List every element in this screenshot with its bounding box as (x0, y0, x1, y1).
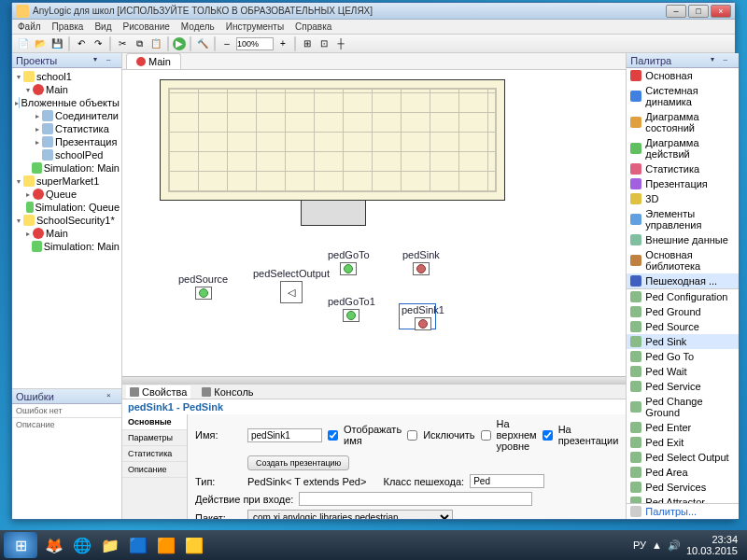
minimize-button[interactable]: – (666, 5, 686, 18)
menu-edit[interactable]: Правка (52, 21, 84, 32)
taskbar-firefox-icon[interactable]: 🦊 (41, 533, 67, 557)
snap-icon[interactable]: ⊡ (317, 36, 331, 51)
palette-menu-icon[interactable]: ▾ (711, 55, 722, 66)
exclude-checkbox[interactable] (407, 430, 417, 441)
palette-item[interactable]: Ped Ground (627, 304, 738, 319)
section-desc[interactable]: Описание (122, 462, 187, 478)
tree-node[interactable]: ▸Соединители (14, 109, 120, 122)
tab-main[interactable]: Main (126, 53, 181, 69)
taskbar-powerpoint-icon[interactable]: 🟧 (153, 533, 179, 557)
section-stats[interactable]: Статистика (122, 446, 187, 462)
palette-group[interactable]: Пешеходная ... (627, 273, 738, 288)
block-pedsource[interactable]: pedSource (178, 273, 228, 300)
tree-node[interactable]: ▾Main (14, 83, 120, 96)
show-name-checkbox[interactable] (328, 430, 338, 441)
tree-node[interactable]: ▸Main (14, 227, 120, 240)
palette-group[interactable]: Диаграмма состояний (627, 109, 738, 135)
block-pedsink[interactable]: pedSink (402, 249, 440, 275)
taskbar-skype-icon[interactable]: 🟦 (125, 533, 151, 557)
build-icon[interactable]: 🔨 (195, 36, 210, 51)
present-checkbox[interactable] (543, 430, 553, 441)
run-icon[interactable]: ▶ (173, 37, 186, 50)
minimize-panel-icon[interactable]: – (106, 55, 118, 66)
action-field[interactable] (299, 492, 532, 506)
tab-properties[interactable]: Свойства (126, 385, 190, 399)
tray-network-icon[interactable]: 🔊 (668, 539, 681, 552)
palette-group[interactable]: Диаграмма действий (627, 135, 738, 161)
tree-node[interactable]: schoolPed (14, 148, 120, 161)
section-main[interactable]: Основные (122, 414, 187, 430)
section-params[interactable]: Параметры (122, 430, 187, 446)
palette-group[interactable]: Системная динамика (627, 83, 738, 109)
tree-node[interactable]: Simulation: Main (14, 161, 120, 175)
taskbar-chrome-icon[interactable]: 🌐 (69, 533, 95, 557)
open-icon[interactable]: 📂 (33, 36, 48, 51)
tree-node[interactable]: Simulation: Main (14, 240, 120, 253)
palette-min-icon[interactable]: – (724, 55, 735, 66)
tray-lang[interactable]: РУ (633, 539, 646, 551)
palette-item[interactable]: Ped Select Output (627, 450, 738, 465)
block-pedgoto[interactable]: pedGoTo (328, 249, 370, 275)
menu-draw[interactable]: Рисование (122, 21, 169, 32)
palette-group[interactable]: Внешние данные (627, 232, 738, 247)
redo-icon[interactable]: ↷ (91, 36, 106, 51)
palette-item[interactable]: Ped Change Ground (627, 394, 738, 420)
name-field[interactable] (247, 428, 322, 442)
palette-item[interactable]: Ped Service (627, 379, 738, 394)
tree-node[interactable]: ▸Статистика (14, 122, 120, 135)
pkg-select[interactable]: com.xj.anylogic.libraries.pedestrian (247, 510, 453, 519)
palette-more-link[interactable]: Палитры... (627, 503, 738, 519)
palette-group[interactable]: 3D (627, 191, 738, 206)
errors-close-icon[interactable]: × (106, 391, 118, 402)
close-button[interactable]: × (711, 5, 731, 18)
palette-group[interactable]: Элементы управления (627, 206, 738, 232)
class-field[interactable] (470, 474, 544, 488)
menu-tools[interactable]: Инструменты (226, 21, 284, 32)
palette-item[interactable]: Ped Sink (627, 334, 738, 349)
palette-item[interactable]: Ped Enter (627, 420, 738, 435)
menu-model[interactable]: Модель (181, 21, 215, 32)
cut-icon[interactable]: ✂ (115, 36, 130, 51)
tree-node[interactable]: Simulation: Queue (14, 201, 120, 214)
copy-icon[interactable]: ⧉ (132, 36, 147, 51)
undo-icon[interactable]: ↶ (74, 36, 89, 51)
palette-item[interactable]: Ped Exit (627, 435, 738, 450)
collapse-icon[interactable]: ▾ (93, 55, 105, 66)
save-icon[interactable]: 💾 (49, 36, 64, 51)
zoom-input[interactable] (236, 37, 274, 50)
toplevel-checkbox[interactable] (481, 430, 491, 441)
start-button[interactable] (4, 532, 37, 558)
tree-node[interactable]: ▸Вложенные объекты (14, 96, 120, 109)
taskbar-anylogic-icon[interactable]: 🟨 (181, 533, 207, 557)
new-icon[interactable]: 📄 (16, 36, 31, 51)
palette-item[interactable]: Ped Services (627, 480, 738, 495)
tree-node[interactable]: ▸Queue (14, 188, 120, 201)
palette-item[interactable]: Ped Attractor (627, 495, 738, 503)
canvas[interactable]: pedSource pedSelectOutput ◁ pedGoTo pedG… (122, 70, 626, 384)
create-presentation-button[interactable]: Создать презентацию (247, 455, 349, 470)
palette-item[interactable]: Ped Source (627, 319, 738, 334)
block-pedselectoutput[interactable]: pedSelectOutput ◁ (253, 268, 330, 303)
palette-group[interactable]: Статистика (627, 161, 738, 176)
palette-item[interactable]: Ped Wait (627, 364, 738, 379)
tray-clock[interactable]: 23:34 10.03.2015 (686, 534, 738, 556)
palette-item[interactable]: Ped Area (627, 465, 738, 480)
zoom-out-icon[interactable]: – (219, 36, 234, 51)
h-scrollbar[interactable] (122, 376, 626, 384)
paste-icon[interactable]: 📋 (148, 36, 163, 51)
palette-item[interactable]: Ped Configuration (627, 289, 738, 304)
palette-item[interactable]: Ped Go To (627, 349, 738, 364)
tab-console[interactable]: Консоль (198, 385, 257, 399)
maximize-button[interactable]: □ (688, 5, 709, 18)
palette-group[interactable]: Основная библиотека (627, 247, 738, 273)
palette-group[interactable]: Презентация (627, 176, 738, 191)
tree-node[interactable]: ▾school1 (14, 70, 120, 83)
tree-node[interactable]: ▾superMarket1 (14, 175, 120, 188)
taskbar-explorer-icon[interactable]: 📁 (97, 533, 123, 557)
grid-icon[interactable]: ⊞ (300, 36, 315, 51)
project-tree[interactable]: ▾school1▾Main▸Вложенные объекты▸Соединит… (12, 68, 121, 388)
menu-view[interactable]: Вид (94, 21, 111, 32)
block-pedgoto1[interactable]: pedGoTo1 (328, 296, 375, 322)
palette-group[interactable]: Основная (627, 68, 738, 83)
zoom-in-icon[interactable]: + (275, 36, 290, 51)
